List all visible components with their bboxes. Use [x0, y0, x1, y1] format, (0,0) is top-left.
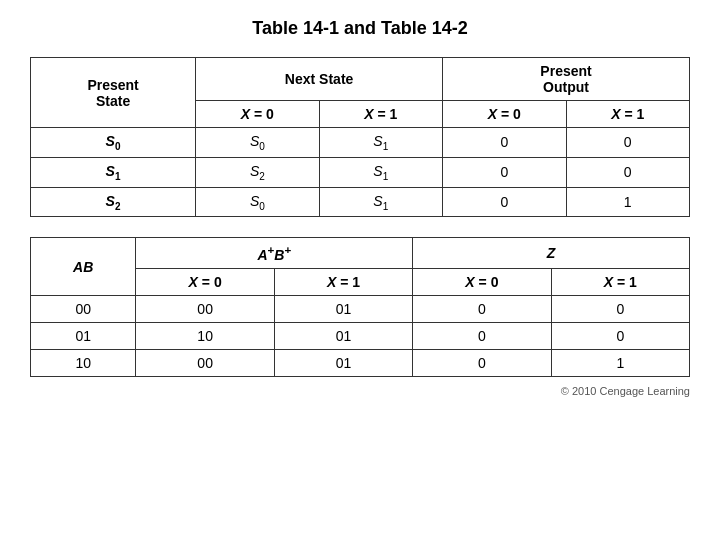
ns1-cell: 01 — [274, 323, 412, 350]
table1-col3-header: PresentOutput — [443, 58, 690, 101]
table1-out-x1-header: X = 1 — [566, 101, 690, 128]
table2-out-x0-header: X = 0 — [413, 269, 551, 296]
ab-cell: 01 — [31, 323, 136, 350]
ns0-cell: S2 — [196, 157, 319, 187]
ns1-cell: 01 — [274, 350, 412, 377]
table-row: 00 00 01 0 0 — [31, 296, 690, 323]
out1-cell: 0 — [551, 323, 689, 350]
ns0-cell: 00 — [136, 296, 274, 323]
table2-col1-header: AB — [31, 238, 136, 296]
out0-cell: 0 — [443, 128, 566, 158]
table-row: 01 10 01 0 0 — [31, 323, 690, 350]
ns0-cell: 00 — [136, 350, 274, 377]
tables-wrapper: PresentState Next State PresentOutput X … — [30, 57, 690, 377]
page-title: Table 14-1 and Table 14-2 — [252, 18, 467, 39]
table1-col2-header: Next State — [196, 58, 443, 101]
ns0-cell: S0 — [196, 187, 319, 217]
table1: PresentState Next State PresentOutput X … — [30, 57, 690, 217]
table1-col1-header: PresentState — [31, 58, 196, 128]
ns0-cell: S0 — [196, 128, 319, 158]
table1-ns-x1-header: X = 1 — [319, 101, 442, 128]
table-row: S2 S0 S1 0 1 — [31, 187, 690, 217]
copyright-text: © 2010 Cengage Learning — [561, 385, 690, 397]
ab-cell: 00 — [31, 296, 136, 323]
table-row: S0 S0 S1 0 0 — [31, 128, 690, 158]
ns0-cell: 10 — [136, 323, 274, 350]
table-row: 10 00 01 0 1 — [31, 350, 690, 377]
table1-out-x0-header: X = 0 — [443, 101, 566, 128]
ns1-cell: S1 — [319, 187, 442, 217]
table2-out-x1-header: X = 1 — [551, 269, 689, 296]
out0-cell: 0 — [443, 187, 566, 217]
out0-cell: 0 — [413, 350, 551, 377]
table-row: S1 S2 S1 0 0 — [31, 157, 690, 187]
ns1-cell: S1 — [319, 128, 442, 158]
out1-cell: 0 — [551, 296, 689, 323]
out1-cell: 1 — [566, 187, 690, 217]
table2-col3-header: Z — [413, 238, 690, 269]
out1-cell: 1 — [551, 350, 689, 377]
out1-cell: 0 — [566, 128, 690, 158]
out0-cell: 0 — [413, 323, 551, 350]
ns1-cell: S1 — [319, 157, 442, 187]
table1-ns-x0-header: X = 0 — [196, 101, 319, 128]
table2-ns-x1-header: X = 1 — [274, 269, 412, 296]
ab-cell: 10 — [31, 350, 136, 377]
state-cell: S1 — [31, 157, 196, 187]
out0-cell: 0 — [413, 296, 551, 323]
table2: AB A+B+ Z X = 0 X = 1 X = 0 X = 1 00 00 … — [30, 237, 690, 377]
state-cell: S2 — [31, 187, 196, 217]
out1-cell: 0 — [566, 157, 690, 187]
table2-col2-header: A+B+ — [136, 238, 413, 269]
state-cell: S0 — [31, 128, 196, 158]
out0-cell: 0 — [443, 157, 566, 187]
ns1-cell: 01 — [274, 296, 412, 323]
table2-ns-x0-header: X = 0 — [136, 269, 274, 296]
